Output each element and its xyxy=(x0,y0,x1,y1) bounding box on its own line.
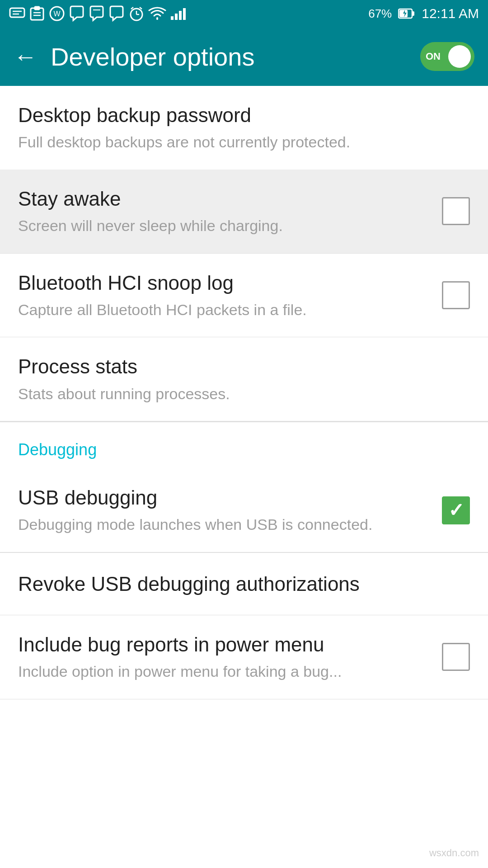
setting-subtitle-bluetooth-hci: Capture all Bluetooth HCI packets in a f… xyxy=(18,299,424,321)
toggle-knob xyxy=(448,45,471,68)
message-bubble-icon xyxy=(9,7,25,20)
checkbox-bug-reports[interactable] xyxy=(442,643,470,671)
watermark: wsxdn.com xyxy=(429,847,479,859)
setting-title-bluetooth-hci: Bluetooth HCI snoop log xyxy=(18,270,424,296)
setting-title-usb-debugging: USB debugging xyxy=(18,485,424,510)
svg-text:W: W xyxy=(53,10,61,18)
battery-icon xyxy=(398,8,415,19)
svg-rect-16 xyxy=(175,14,178,20)
header: ← Developer options xyxy=(0,27,488,86)
setting-text-stay-awake: Stay awake Screen will never sleep while… xyxy=(18,186,442,237)
status-bar: W xyxy=(0,0,488,27)
setting-item-revoke-usb[interactable]: Revoke USB debugging authorizations xyxy=(0,552,488,615)
setting-item-desktop-backup-password[interactable]: Desktop backup password Full desktop bac… xyxy=(0,86,488,170)
status-bar-right-icons: 67% 12:11 AM xyxy=(368,6,479,21)
setting-title-bug-reports: Include bug reports in power menu xyxy=(18,632,424,657)
svg-line-13 xyxy=(131,7,133,9)
debugging-section-header: Debugging xyxy=(0,422,488,468)
status-bar-left-icons: W xyxy=(9,5,188,22)
setting-item-process-stats[interactable]: Process stats Stats about running proces… xyxy=(0,337,488,421)
header-left: ← Developer options xyxy=(14,42,254,71)
setting-subtitle-usb-debugging: Debugging mode launches when USB is conn… xyxy=(18,514,424,536)
svg-rect-15 xyxy=(171,16,174,20)
time-display: 12:11 AM xyxy=(422,6,479,21)
whatsapp-icon: W xyxy=(49,5,65,22)
wifi-icon xyxy=(148,6,166,21)
developer-options-toggle[interactable] xyxy=(420,42,474,71)
debugging-section-title: Debugging xyxy=(18,440,97,459)
setting-item-bug-reports[interactable]: Include bug reports in power menu Includ… xyxy=(0,615,488,699)
chat-icon-2 xyxy=(89,5,105,22)
svg-rect-20 xyxy=(412,11,414,16)
setting-item-usb-debugging[interactable]: USB debugging Debugging mode launches wh… xyxy=(0,468,488,552)
settings-content: Desktop backup password Full desktop bac… xyxy=(0,86,488,699)
setting-text-usb-debugging: USB debugging Debugging mode launches wh… xyxy=(18,485,442,536)
chat-icon-1 xyxy=(69,5,85,22)
setting-title-desktop-backup: Desktop backup password xyxy=(18,102,251,128)
back-button[interactable]: ← xyxy=(14,43,37,70)
page-title: Developer options xyxy=(51,42,254,71)
svg-rect-0 xyxy=(10,8,24,17)
setting-title-process-stats: Process stats xyxy=(18,354,137,379)
clipboard-icon xyxy=(29,5,45,22)
setting-title-stay-awake: Stay awake xyxy=(18,186,424,212)
svg-rect-17 xyxy=(179,11,182,20)
setting-text-bluetooth-hci: Bluetooth HCI snoop log Capture all Blue… xyxy=(18,270,442,321)
signal-icon xyxy=(170,6,188,21)
setting-text-bug-reports: Include bug reports in power menu Includ… xyxy=(18,632,442,683)
setting-subtitle-desktop-backup: Full desktop backups are not currently p… xyxy=(18,132,350,153)
alarm-icon xyxy=(128,5,145,22)
setting-item-stay-awake[interactable]: Stay awake Screen will never sleep while… xyxy=(0,170,488,254)
checkbox-usb-debugging[interactable] xyxy=(442,496,470,524)
setting-subtitle-process-stats: Stats about running processes. xyxy=(18,383,230,405)
svg-rect-18 xyxy=(183,8,186,20)
battery-text: 67% xyxy=(368,7,392,21)
svg-line-14 xyxy=(140,7,142,9)
checkbox-bluetooth-hci[interactable] xyxy=(442,281,470,309)
svg-rect-4 xyxy=(34,6,40,10)
setting-title-revoke-usb: Revoke USB debugging authorizations xyxy=(18,571,360,597)
setting-subtitle-bug-reports: Include option in power menu for taking … xyxy=(18,661,424,683)
setting-item-bluetooth-hci[interactable]: Bluetooth HCI snoop log Capture all Blue… xyxy=(0,254,488,338)
checkbox-stay-awake[interactable] xyxy=(442,197,470,225)
chat-icon-3 xyxy=(108,5,125,22)
setting-subtitle-stay-awake: Screen will never sleep while charging. xyxy=(18,215,424,237)
